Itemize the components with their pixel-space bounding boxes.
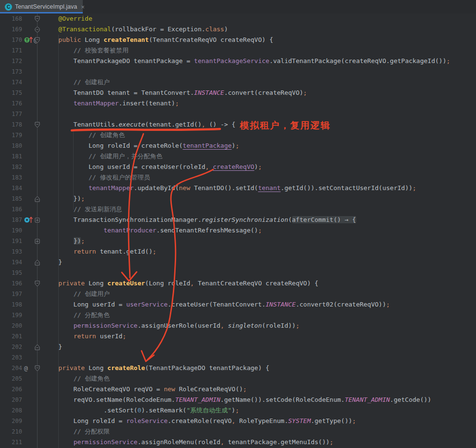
code-text[interactable]: TenantPackageDO tenantPackage = tenantPa… <box>43 56 450 66</box>
arrow-up-icon[interactable] <box>31 36 33 44</box>
code-text[interactable]: Long userId = createUser(roleId, createR… <box>43 162 262 172</box>
line-number: 202 <box>0 342 22 352</box>
code-text[interactable]: // 分配角色 <box>43 310 110 320</box>
code-text[interactable]: // 分配权限 <box>43 426 110 437</box>
code-text[interactable]: TenantUtils.execute(tenant.getId(), () -… <box>43 119 235 130</box>
fold-collapse-icon[interactable] <box>34 195 41 203</box>
code-line[interactable]: 183 // 修改租户的管理员 <box>0 172 476 183</box>
gutter-icons[interactable] <box>24 215 33 225</box>
close-tab-icon[interactable]: × <box>81 3 85 11</box>
fold-collapse-icon[interactable] <box>34 259 41 266</box>
code-text[interactable]: Long roleId = roleService.createRole(req… <box>43 416 356 426</box>
code-text[interactable]: TenantDO tenant = TenantConvert.INSTANCE… <box>43 88 307 98</box>
line-number: 184 <box>0 183 22 193</box>
code-line[interactable]: 203 <box>0 352 476 363</box>
code-line[interactable]: 200 permissionService.assignUserRole(use… <box>0 320 476 331</box>
code-text[interactable]: }); <box>43 193 85 204</box>
fold-collapse-icon[interactable] <box>34 26 41 33</box>
code-text[interactable]: @Override <box>43 13 92 24</box>
code-line[interactable]: 179 // 创建角色 <box>0 130 476 141</box>
code-line[interactable]: 209 Long roleId = roleService.createRole… <box>0 416 476 426</box>
code-text[interactable]: Long userId = userService.createUser(Ten… <box>43 299 390 310</box>
code-text[interactable]: TransactionSynchronizationManager.regist… <box>43 215 356 225</box>
code-line[interactable]: 174 // 创建租户 <box>0 77 476 88</box>
code-text[interactable]: Long roleId = createRole(tenantPackage); <box>43 141 239 151</box>
code-text[interactable]: // 创建角色 <box>43 373 110 384</box>
code-text[interactable]: return tenant.getId(); <box>43 246 156 257</box>
code-text[interactable]: @Transactional(rollbackFor = Exception.c… <box>43 24 228 35</box>
fold-collapse-icon[interactable] <box>34 365 41 372</box>
fold-collapse-icon[interactable] <box>34 15 41 23</box>
code-text[interactable]: tenantMapper.updateById(new TenantDO().s… <box>43 183 416 193</box>
code-line[interactable]: 194 } <box>0 257 476 268</box>
code-line[interactable]: 175 TenantDO tenant = TenantConvert.INST… <box>0 88 476 98</box>
code-line[interactable]: 173 <box>0 66 476 77</box>
code-line[interactable]: 172 TenantPackageDO tenantPackage = tena… <box>0 56 476 66</box>
code-line[interactable]: 191 }); <box>0 236 476 246</box>
code-text[interactable]: // 创建用户，并分配角色 <box>43 151 162 162</box>
line-number: 175 <box>0 88 22 98</box>
code-line[interactable]: 186 // 发送刷新消息 <box>0 204 476 215</box>
code-line[interactable]: 204@ private Long createRole(TenantPacka… <box>0 363 476 373</box>
code-editor[interactable]: 168 @Override169 @Transactional(rollback… <box>0 13 476 448</box>
code-text[interactable]: private Long createUser(Long roleId, Ten… <box>43 278 318 289</box>
code-text[interactable]: } <box>43 342 62 352</box>
code-text[interactable]: public Long createTenant(TenantCreateReq… <box>43 35 273 45</box>
code-text[interactable]: } <box>43 257 62 268</box>
code-text[interactable]: permissionService.assignUserRole(userId,… <box>43 320 299 331</box>
code-line[interactable]: 202 } <box>0 342 476 352</box>
code-text[interactable]: // 校验套餐被禁用 <box>43 45 129 56</box>
code-line[interactable]: 181 // 创建用户，并分配角色 <box>0 151 476 162</box>
fold-expand-icon[interactable] <box>34 238 41 245</box>
code-text[interactable]: // 创建租户 <box>43 77 110 88</box>
code-line[interactable]: 198 Long userId = userService.createUser… <box>0 299 476 310</box>
code-line[interactable]: 205 // 创建角色 <box>0 373 476 384</box>
code-line[interactable]: 180 Long roleId = createRole(tenantPacka… <box>0 141 476 151</box>
annotation-icon[interactable]: @ <box>24 365 28 372</box>
code-line[interactable]: 177 <box>0 109 476 119</box>
code-line[interactable]: 208 .setSort(0).setRemark("系统自动生成"); <box>0 405 476 416</box>
code-line[interactable]: 207 reqVO.setName(RoleCodeEnum.TENANT_AD… <box>0 395 476 405</box>
fold-expand-icon[interactable] <box>34 217 41 224</box>
code-line[interactable]: 197 // 创建用户 <box>0 289 476 299</box>
code-line[interactable]: 206 RoleCreateReqVO reqVO = new RoleCrea… <box>0 384 476 395</box>
code-text[interactable]: return userId; <box>43 331 126 342</box>
code-text[interactable]: reqVO.setName(RoleCodeEnum.TENANT_ADMIN.… <box>43 395 431 405</box>
code-text[interactable]: permissionService.assignRoleMenu(roleId,… <box>43 437 334 448</box>
code-line[interactable]: 176 tenantMapper.insert(tenant); <box>0 98 476 109</box>
tab-tenantserviceimpl[interactable]: C TenantServiceImpl.java × <box>0 0 83 13</box>
code-text[interactable]: // 发送刷新消息 <box>43 204 122 215</box>
code-text[interactable]: // 创建角色 <box>43 130 125 141</box>
gutter-icons[interactable]: @ <box>24 363 28 373</box>
code-line[interactable]: 184 tenantMapper.updateById(new TenantDO… <box>0 183 476 193</box>
code-line[interactable]: 170@ public Long createTenant(TenantCrea… <box>0 35 476 45</box>
code-text[interactable]: // 修改租户的管理员 <box>43 172 150 183</box>
code-line[interactable]: 171 // 校验套餐被禁用 <box>0 45 476 56</box>
code-line[interactable]: 178 TenantUtils.execute(tenant.getId(), … <box>0 119 476 130</box>
code-line[interactable]: 193 return tenant.getId(); <box>0 246 476 257</box>
fold-collapse-icon[interactable] <box>34 121 41 128</box>
code-line[interactable]: 182 Long userId = createUser(roleId, cre… <box>0 162 476 172</box>
fold-collapse-icon[interactable] <box>34 37 41 44</box>
code-text[interactable]: }); <box>43 236 85 246</box>
code-line[interactable]: 210 // 分配权限 <box>0 426 476 437</box>
code-line[interactable]: 195 <box>0 268 476 278</box>
code-text[interactable]: // 创建用户 <box>43 289 110 299</box>
code-text[interactable]: RoleCreateReqVO reqVO = new RoleCreateRe… <box>43 384 247 395</box>
code-line[interactable]: 201 return userId; <box>0 331 476 342</box>
code-line[interactable]: 187 TransactionSynchronizationManager.re… <box>0 215 476 225</box>
code-text[interactable]: tenantProducer.sendTenantRefreshMessage(… <box>43 225 262 236</box>
code-line[interactable]: 190 tenantProducer.sendTenantRefreshMess… <box>0 225 476 236</box>
code-text[interactable]: tenantMapper.insert(tenant); <box>43 98 179 109</box>
fold-collapse-icon[interactable] <box>34 344 41 351</box>
code-line[interactable]: 199 // 分配角色 <box>0 310 476 320</box>
code-line[interactable]: 169 @Transactional(rollbackFor = Excepti… <box>0 24 476 35</box>
code-line[interactable]: 168 @Override <box>0 13 476 24</box>
arrow-up-icon[interactable] <box>31 216 33 224</box>
code-text[interactable]: .setSort(0).setRemark("系统自动生成"); <box>43 405 239 416</box>
code-text[interactable]: private Long createRole(TenantPackageDO … <box>43 363 270 373</box>
code-line[interactable]: 211 permissionService.assignRoleMenu(rol… <box>0 437 476 448</box>
code-line[interactable]: 196 private Long createUser(Long roleId,… <box>0 278 476 289</box>
fold-collapse-icon[interactable] <box>34 280 41 287</box>
code-line[interactable]: 185 }); <box>0 193 476 204</box>
